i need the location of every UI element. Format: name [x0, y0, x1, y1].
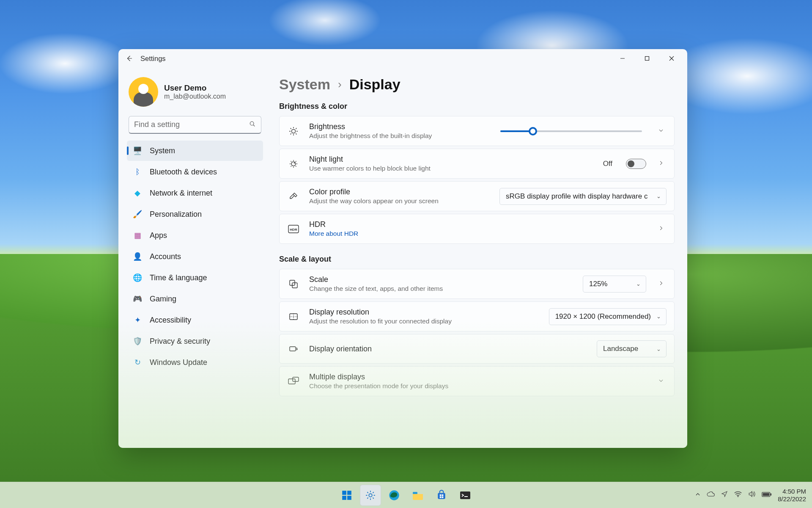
- folder-icon: [412, 490, 424, 500]
- multiple-expand[interactable]: [656, 378, 667, 385]
- svg-rect-0: [645, 57, 649, 61]
- start-button[interactable]: [336, 485, 357, 506]
- orientation-dropdown[interactable]: Landscape ⌄: [597, 340, 667, 357]
- chevron-right-icon: [658, 225, 664, 231]
- night-light-open[interactable]: [656, 160, 667, 168]
- sidebar-item-personalization[interactable]: 🖌️Personalization: [127, 204, 263, 224]
- search-input[interactable]: [134, 120, 249, 129]
- nav-icon: ↻: [133, 358, 142, 367]
- account-name: User Demo: [164, 83, 226, 93]
- scale-open[interactable]: [656, 280, 667, 288]
- desktop: Settings User Demo: [0, 0, 812, 508]
- color-profile-dropdown[interactable]: sRGB display profile with display hardwa…: [499, 188, 667, 205]
- titlebar: Settings: [118, 49, 687, 68]
- back-button[interactable]: [122, 51, 137, 66]
- hdr-open[interactable]: [656, 225, 667, 233]
- sidebar-item-network-internet[interactable]: ◆Network & internet: [127, 183, 263, 203]
- sidebar-item-gaming[interactable]: 🎮Gaming: [127, 289, 263, 309]
- account-block[interactable]: User Demo m_lab@outlook.com: [127, 72, 263, 114]
- scale-dropdown[interactable]: 125% ⌄: [583, 276, 646, 293]
- card-multiple-displays: Multiple displays Choose the presentatio…: [279, 366, 675, 396]
- night-light-state: Off: [603, 160, 612, 168]
- breadcrumb-leaf: Display: [349, 76, 401, 93]
- breadcrumb-root[interactable]: System: [279, 76, 330, 93]
- resolution-icon: [287, 312, 300, 322]
- search-icon: [249, 121, 256, 129]
- wifi-icon: [734, 491, 742, 497]
- main-content[interactable]: System › Display Brightness & color Brig…: [266, 68, 687, 448]
- gear-icon: [365, 490, 376, 501]
- nav-label: Personalization: [150, 210, 202, 219]
- location-icon: [721, 491, 728, 497]
- nav-icon: 🖌️: [133, 210, 142, 219]
- slider-thumb[interactable]: [529, 127, 537, 135]
- close-icon: [669, 56, 674, 61]
- color-profile-title: Color profile: [309, 188, 490, 196]
- nav-label: Windows Update: [150, 358, 207, 367]
- section-scale-title: Scale & layout: [279, 255, 675, 264]
- svg-point-4: [294, 162, 295, 163]
- nav-list: 🖥️SystemᛒBluetooth & devices◆Network & i…: [127, 141, 263, 373]
- taskbar-terminal[interactable]: [455, 485, 476, 506]
- svg-rect-23: [440, 496, 442, 498]
- tray-clock[interactable]: 4:50 PM 8/22/2022: [778, 488, 806, 502]
- tray-wifi[interactable]: [734, 491, 742, 500]
- chevron-down-icon: ⌄: [656, 193, 661, 199]
- color-profile-sub: Adjust the way colors appear on your scr…: [309, 197, 490, 205]
- scale-sub: Change the size of text, apps, and other…: [309, 285, 573, 293]
- hdr-link[interactable]: More about HDR: [309, 230, 646, 237]
- svg-rect-28: [771, 493, 772, 495]
- sidebar-item-bluetooth-devices[interactable]: ᛒBluetooth & devices: [127, 162, 263, 182]
- card-hdr: HDR HDR More about HDR: [279, 214, 675, 244]
- card-color-profile: Color profile Adjust the way colors appe…: [279, 181, 675, 211]
- tray-battery[interactable]: [762, 491, 772, 500]
- maximize-icon: [645, 56, 650, 61]
- multiple-title: Multiple displays: [309, 373, 646, 381]
- resolution-sub: Adjust the resolution to fit your connec…: [309, 318, 540, 325]
- resolution-dropdown[interactable]: 812 × 508 (Recommended) ⌄: [549, 308, 667, 325]
- nav-icon: 🌐: [133, 273, 142, 282]
- nav-label: Apps: [150, 231, 167, 240]
- card-scale: Scale Change the size of text, apps, and…: [279, 269, 675, 299]
- tray-location[interactable]: [721, 491, 728, 500]
- tray-overflow[interactable]: [695, 491, 701, 500]
- multiple-displays-icon: [287, 377, 300, 386]
- sidebar-item-privacy-security[interactable]: 🛡️Privacy & security: [127, 331, 263, 351]
- tray-onedrive[interactable]: [707, 491, 715, 500]
- minimize-button[interactable]: [610, 49, 635, 68]
- search-box[interactable]: [129, 116, 261, 134]
- scale-value: 125%: [589, 280, 607, 288]
- night-light-sub: Use warmer colors to help block blue lig…: [309, 165, 594, 172]
- arrow-left-icon: [126, 55, 133, 62]
- nav-icon: 🖥️: [133, 146, 142, 155]
- svg-point-1: [250, 121, 254, 125]
- edge-icon: [388, 489, 400, 501]
- nav-icon: 🎮: [133, 294, 142, 304]
- sidebar-item-system[interactable]: 🖥️System: [127, 141, 263, 161]
- night-light-toggle[interactable]: [626, 159, 646, 169]
- sidebar-item-apps[interactable]: ▦Apps: [127, 225, 263, 246]
- sidebar-item-time-language[interactable]: 🌐Time & language: [127, 268, 263, 288]
- expand-button[interactable]: [656, 127, 667, 135]
- brightness-slider[interactable]: [500, 130, 642, 132]
- maximize-button[interactable]: [635, 49, 659, 68]
- taskbar-settings[interactable]: [360, 485, 381, 506]
- sun-icon: [287, 126, 300, 136]
- card-resolution: Display resolution Adjust the resolution…: [279, 301, 675, 331]
- nav-label: Network & internet: [150, 189, 212, 198]
- chevron-up-icon: [695, 491, 701, 497]
- svg-text:HDR: HDR: [290, 228, 297, 232]
- chevron-down-icon: [658, 378, 664, 384]
- nav-icon: 👤: [133, 252, 142, 261]
- sidebar-item-accounts[interactable]: 👤Accounts: [127, 246, 263, 267]
- nav-label: Gaming: [150, 295, 176, 304]
- taskbar-store[interactable]: [431, 485, 452, 506]
- svg-rect-19: [413, 492, 417, 494]
- nav-icon: ✦: [133, 315, 142, 325]
- tray-volume[interactable]: [748, 491, 756, 500]
- close-button[interactable]: [659, 49, 684, 68]
- taskbar-explorer[interactable]: [407, 485, 428, 506]
- taskbar-edge[interactable]: [384, 485, 405, 506]
- sidebar-item-accessibility[interactable]: ✦Accessibility: [127, 310, 263, 330]
- sidebar-item-windows-update[interactable]: ↻Windows Update: [127, 352, 263, 373]
